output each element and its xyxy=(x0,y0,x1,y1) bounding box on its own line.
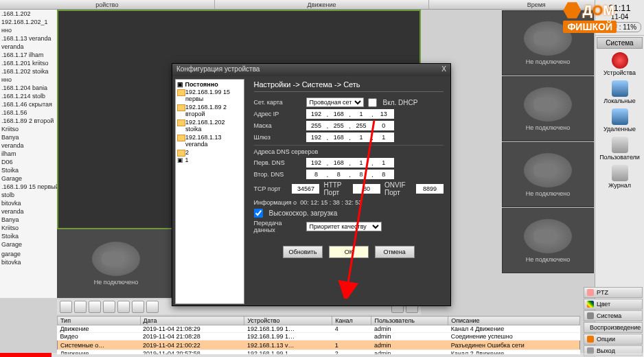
device-list-item[interactable]: Kriitso xyxy=(0,224,57,232)
device-list-item[interactable]: .168.1.13 veranda xyxy=(0,34,57,43)
dhcp-checkbox[interactable] xyxy=(368,98,377,107)
tree-item[interactable]: 192.168.1.202 stoika xyxy=(177,118,242,133)
camera-placeholder-icon xyxy=(524,219,572,253)
log-header[interactable]: Пользователь xyxy=(371,316,448,325)
device-list-item[interactable]: veranda xyxy=(0,207,57,216)
device-list-item[interactable]: Banya xyxy=(0,133,57,141)
dialog-titlebar[interactable]: Конфигурация устройства X xyxy=(172,64,450,76)
onvif-label: ONVIF Порт xyxy=(384,181,412,196)
layout-6-icon[interactable] xyxy=(89,301,101,313)
device-list-item[interactable]: Garage xyxy=(0,240,57,249)
breadcrumb: Настройки -> Система -> Сеть xyxy=(254,80,444,92)
video-progress-bar[interactable] xyxy=(0,353,644,357)
device-list-item[interactable]: .168.1.204 bania xyxy=(0,84,57,92)
mask-input[interactable]: . . . xyxy=(306,121,394,130)
rb-system[interactable]: Система xyxy=(584,310,643,321)
transfer-select[interactable]: Приоритет качеству xyxy=(306,222,382,231)
remote-icon xyxy=(612,108,628,125)
sidebar-log[interactable]: Журнал xyxy=(595,163,644,191)
log-row[interactable]: Системные о…2019-11-04 21:00:22192.168.1… xyxy=(58,341,580,350)
log-header[interactable]: Дата xyxy=(140,316,244,325)
gateway-input[interactable]: . . . xyxy=(306,133,394,142)
device-list-item[interactable]: нно xyxy=(0,76,57,84)
transfer-label: Передача данных xyxy=(254,220,302,233)
rb-color[interactable]: Цвет xyxy=(584,299,643,310)
camera-tile[interactable]: Не подключено xyxy=(502,208,594,273)
device-list-item[interactable]: 192.168.1.202_1 xyxy=(0,18,57,26)
camera-tile[interactable]: Не подключено xyxy=(502,142,594,207)
event-log[interactable]: ТипДатаУстройствоКаналПользовательОписан… xyxy=(57,316,580,354)
rb-playback[interactable]: Воспроизведение xyxy=(584,322,643,333)
log-header[interactable]: Описание xyxy=(448,316,580,325)
sidebar-users[interactable]: Пользователи xyxy=(595,135,644,163)
sidebar-devices[interactable]: Устройства xyxy=(595,50,644,78)
layout-8-icon[interactable] xyxy=(103,301,115,313)
netcard-label: Сет. карта xyxy=(254,99,302,106)
log-header[interactable]: Канал xyxy=(332,316,371,325)
device-list-item[interactable]: .168.1.17 ilham xyxy=(0,51,57,59)
dns1-input[interactable]: . . . xyxy=(306,158,394,168)
http-input[interactable] xyxy=(353,184,380,194)
layout-9-icon[interactable] xyxy=(117,301,130,313)
device-list-item[interactable]: Stoika xyxy=(0,232,57,240)
sidebar-remote[interactable]: Удаленные xyxy=(595,106,644,135)
device-list-item[interactable]: veranda xyxy=(0,43,57,51)
tree-item[interactable]: 2 xyxy=(177,148,242,157)
tree-item[interactable]: 192.168.1.99 15 первы xyxy=(177,88,242,103)
dns2-label: Втор. DNS xyxy=(254,171,302,178)
device-list-item[interactable]: .168.1.201 kriitso xyxy=(0,59,57,67)
device-list-item[interactable]: .168.1.202 stoika xyxy=(0,67,57,76)
tree-item[interactable]: 192.168.1.89 2 второй xyxy=(177,103,242,118)
tree-item[interactable]: 192.168.1.13 veranda xyxy=(177,133,242,148)
layout-4-icon[interactable] xyxy=(74,301,87,313)
ok-button[interactable]: ОК xyxy=(329,246,369,258)
progress-fill xyxy=(0,353,51,357)
camera-tile[interactable]: Не подключено xyxy=(502,76,594,141)
device-list-item[interactable]: bitovka xyxy=(0,258,57,266)
highspeed-checkbox[interactable] xyxy=(254,209,263,218)
device-list-item[interactable]: .168.1.202 xyxy=(0,10,57,18)
device-list-item[interactable]: .168.1.99 15 первый xyxy=(0,183,57,191)
device-list[interactable]: .168.1.202192.168.1.202_1нно.168.1.13 ve… xyxy=(0,10,57,298)
layout-16-icon[interactable] xyxy=(132,301,144,313)
cancel-button[interactable]: Отмена xyxy=(375,246,415,258)
device-list-item[interactable]: нно xyxy=(0,26,57,34)
device-list-item[interactable]: .168.1.89 2 второй xyxy=(0,117,57,125)
device-list-item[interactable]: Banya xyxy=(0,216,57,224)
device-list-item[interactable]: stolb xyxy=(0,191,57,199)
device-list-item[interactable]: Stoika xyxy=(0,166,57,174)
log-header[interactable]: Устройство xyxy=(244,316,332,325)
device-list-item[interactable]: garage xyxy=(0,250,57,258)
log-row[interactable]: Видео2019-11-04 21:08:28192.168.1.99 1…a… xyxy=(58,333,580,341)
device-list-item[interactable]: Garage xyxy=(0,174,57,183)
close-icon[interactable]: X xyxy=(441,65,446,75)
device-list-item[interactable]: .168.1.56 xyxy=(0,108,57,117)
log-header[interactable]: Тип xyxy=(58,316,141,325)
update-button[interactable]: Обновить xyxy=(283,246,323,258)
users-icon xyxy=(612,137,628,153)
layout-1-icon[interactable] xyxy=(60,301,72,313)
dns2-input[interactable]: . . . xyxy=(306,170,394,179)
device-list-item[interactable]: .168.1.46 скрытая xyxy=(0,100,57,108)
tree-group-b[interactable]: ▣ 1 xyxy=(177,157,242,163)
rb-ptz[interactable]: PTZ xyxy=(584,287,643,298)
tree-root[interactable]: ▣ Постоянно xyxy=(177,81,242,88)
log-row[interactable]: Движение2019-11-04 21:08:29192.168.1.99 … xyxy=(58,325,580,333)
device-list-item[interactable]: Kriitso xyxy=(0,125,57,133)
netcard-select[interactable]: Проводная сет xyxy=(306,97,364,107)
video-cell-secondary[interactable]: Не подключено xyxy=(57,229,175,298)
device-list-item[interactable]: bitovka xyxy=(0,199,57,207)
rb-options[interactable]: Опции xyxy=(584,334,643,345)
onvif-input[interactable] xyxy=(416,184,444,194)
ip-input[interactable]: . . . xyxy=(306,109,394,119)
dns1-label: Перв. DNS xyxy=(254,159,302,166)
device-list-item[interactable]: veranda xyxy=(0,141,57,150)
device-list-item[interactable]: .168.1.214 stolb xyxy=(0,92,57,100)
sidebar-local[interactable]: Локальные xyxy=(595,78,644,106)
tcp-input[interactable] xyxy=(292,184,319,194)
device-list-item[interactable]: ilham xyxy=(0,150,57,158)
device-tree[interactable]: ▣ Постоянно 192.168.1.99 15 первы192.168… xyxy=(175,79,244,304)
device-list-item[interactable]: D06 xyxy=(0,158,57,166)
info-label: Информация о xyxy=(254,199,297,206)
layout-25-icon[interactable] xyxy=(146,301,159,313)
